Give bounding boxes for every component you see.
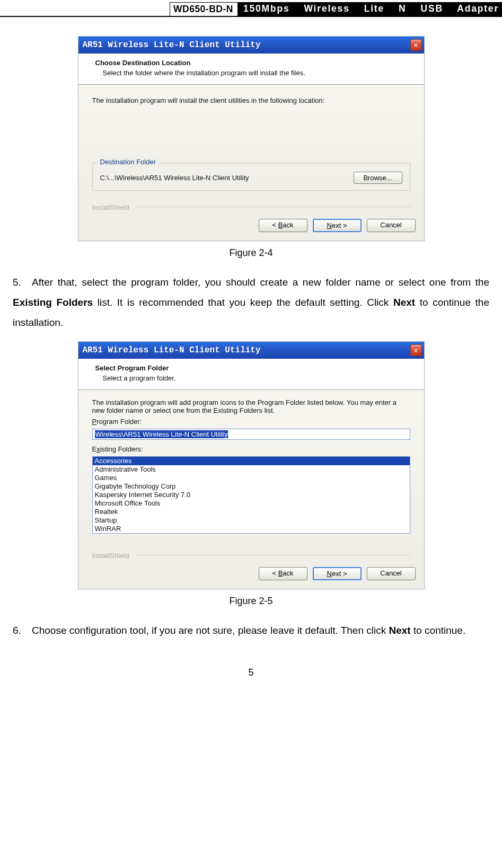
next-button[interactable]: Next > [313, 567, 362, 580]
list-item[interactable]: Microsoft Office Tools [93, 499, 410, 508]
installshield-brand: InstallShield [78, 544, 424, 563]
header-product: 150Mbps Wireless Lite N USB Adapter [238, 2, 502, 16]
list-item[interactable]: Games [93, 474, 410, 482]
content-text: The installation program will add progra… [92, 398, 410, 414]
dialog-title: AR51 Wireless Lite-N Client Utility [83, 346, 410, 355]
step-number: 6. [13, 621, 32, 641]
browse-button[interactable]: Browse... [354, 172, 402, 184]
program-folder-input[interactable]: Wireless\AR51 Wireless Lite-N Client Uti… [92, 429, 410, 440]
back-button[interactable]: < Back [259, 567, 307, 580]
list-item[interactable]: Administrative Tools [93, 465, 410, 474]
figure-2-5-wrap: AR51 Wireless Lite-N Client Utility ✕ Se… [0, 341, 502, 607]
group-legend: Destination Folder [98, 158, 158, 166]
brand-text: InstallShield [92, 552, 129, 560]
destination-path: C:\...\Wireless\AR51 Wireless Lite-N Cli… [100, 174, 348, 182]
brand-text: InstallShield [92, 203, 129, 211]
list-item[interactable]: Accessories [93, 457, 410, 465]
install-dialog-program-folder: AR51 Wireless Lite-N Client Utility ✕ Se… [78, 341, 425, 589]
figure-caption: Figure 2-4 [0, 247, 502, 259]
next-button[interactable]: Next > [313, 219, 362, 232]
button-bar: < Back Next > Cancel [78, 563, 424, 589]
existing-folders-label: Existing Folders: [92, 445, 410, 453]
banner-title: Select Program Folder [95, 364, 415, 372]
list-item[interactable]: Kaspersky Internet Security 7.0 [93, 491, 410, 499]
cancel-button[interactable]: Cancel [367, 219, 416, 232]
list-item[interactable]: Startup [93, 516, 410, 525]
step-number: 5. [13, 272, 32, 293]
page-header: WD650-BD-N 150Mbps Wireless Lite N USB A… [0, 2, 502, 17]
header-model: WD650-BD-N [170, 2, 238, 16]
destination-folder-group: Destination Folder C:\...\Wireless\AR51 … [92, 163, 410, 191]
figure-caption: Figure 2-5 [0, 596, 502, 607]
divider [136, 207, 410, 207]
divider [136, 555, 410, 555]
installshield-brand: InstallShield [78, 196, 424, 215]
close-icon[interactable]: ✕ [410, 344, 422, 356]
cancel-button[interactable]: Cancel [367, 567, 416, 580]
titlebar: AR51 Wireless Lite-N Client Utility ✕ [78, 342, 424, 359]
step-5-text: 5.After that, select the program folder,… [0, 272, 502, 333]
banner: Select Program Folder Select a program f… [78, 359, 424, 390]
install-dialog-destination: AR51 Wireless Lite-N Client Utility ✕ Ch… [78, 36, 425, 241]
figure-2-4-wrap: AR51 Wireless Lite-N Client Utility ✕ Ch… [0, 36, 502, 259]
list-item[interactable]: Realtek [93, 508, 410, 516]
page-number: 5 [0, 667, 502, 678]
titlebar: AR51 Wireless Lite-N Client Utility ✕ [78, 37, 424, 54]
content-text: The installation program will install th… [92, 96, 410, 104]
dialog-content: The installation program will add progra… [78, 390, 424, 544]
existing-folders-listbox[interactable]: Accessories Administrative Tools Games G… [92, 456, 410, 534]
dialog-content: The installation program will install th… [78, 85, 424, 196]
list-item[interactable]: Gigabyte Technology Corp [93, 482, 410, 491]
program-folder-label: Program Folder: [92, 418, 410, 426]
banner: Choose Destination Location Select the f… [78, 54, 424, 85]
step-6-text: 6.Choose configuration tool, if you are … [0, 621, 502, 641]
banner-subtitle: Select the folder where the installation… [95, 69, 415, 77]
button-bar: < Back Next > Cancel [78, 215, 424, 241]
banner-subtitle: Select a program folder. [95, 374, 415, 382]
dialog-title: AR51 Wireless Lite-N Client Utility [83, 40, 410, 50]
list-item[interactable]: WinRAR [93, 525, 410, 533]
back-button[interactable]: < Back [259, 219, 307, 232]
close-icon[interactable]: ✕ [410, 39, 422, 51]
banner-title: Choose Destination Location [95, 59, 415, 67]
